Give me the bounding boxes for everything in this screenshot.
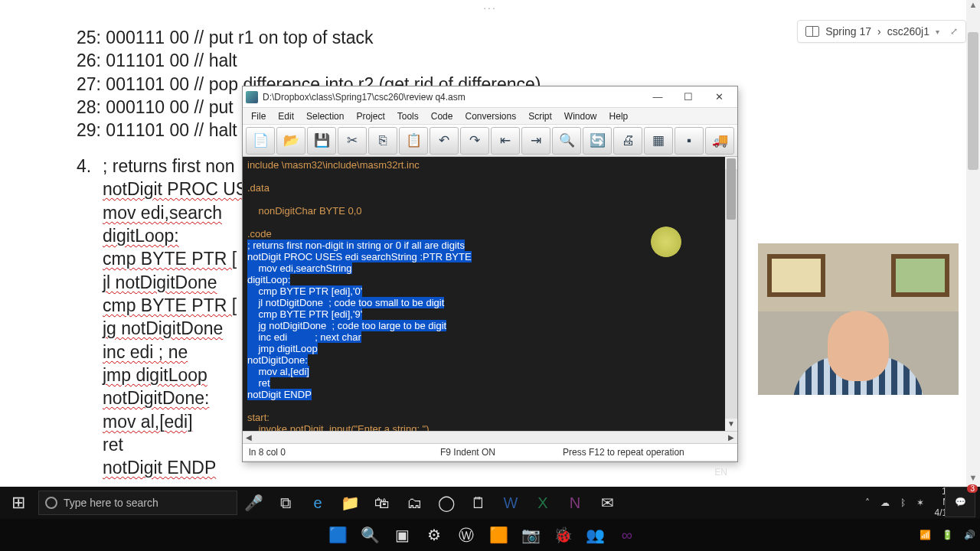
menu-tools[interactable]: Tools [392,109,424,123]
cut-button[interactable]: ✂ [338,127,367,155]
menu-project[interactable]: Project [351,109,390,123]
taskbar-app-mail[interactable]: ✉ [591,487,623,519]
titlebar[interactable]: D:\Dropbox\class\Spring17\csc260\review … [243,86,737,108]
notebook-breadcrumb[interactable]: Spring 17 › csc260j1 ▾ ⤢ [797,20,966,43]
action-center-button[interactable]: 💬3 [945,487,975,517]
taskbar-running-app[interactable]: ⚙ [418,519,450,551]
cursor-highlight [651,227,681,257]
page-scrollbar[interactable]: ▲ ▼ [966,0,980,487]
taskbar-running-app[interactable]: ∞ [611,519,643,551]
code-line-selected: jmp digitLoop [247,343,318,354]
taskbar-running-app[interactable]: 📷 [514,519,547,551]
taskbar-running-app[interactable]: 🐞 [547,519,579,551]
paste-button[interactable]: 📋 [399,127,428,155]
tray-bluetooth-icon[interactable]: ᛒ [900,497,906,508]
copy-button[interactable]: ⎘ [368,127,397,155]
menu-script[interactable]: Script [523,109,557,123]
taskbar-app-chrome[interactable]: ◯ [430,487,462,519]
taskbar-app-ie[interactable]: e [302,487,334,519]
find-button[interactable]: 🔍 [552,127,581,155]
taskbar-app-notes[interactable]: 🗒 [462,487,495,519]
editor-hscrollbar[interactable]: ◀ ▶ [243,431,737,443]
console-button[interactable]: ▪ [675,127,704,155]
menu-window[interactable]: Window [559,109,603,123]
menu-file[interactable]: File [246,109,271,123]
undo-button[interactable]: ↶ [430,127,459,155]
tray-show-hidden-icon[interactable]: ˄ [865,497,870,508]
menu-help[interactable]: Help [604,109,634,123]
doc-line: mov al,[edi] [103,410,247,433]
scroll-up-arrow[interactable]: ▲ [966,0,980,14]
editor-vscrollbar[interactable]: ▲ ▼ [725,157,737,431]
code-line-selected: notDigitDone: [247,354,308,366]
tray-power-icon[interactable]: 🔋 [942,530,953,540]
indent-in-button[interactable]: ⇤ [491,127,520,155]
taskbar-app-explorer[interactable]: 📁 [334,487,366,519]
save-button[interactable]: 💾 [307,127,336,155]
cortana-mic-icon[interactable]: 🎤 [237,487,270,519]
editor-window: D:\Dropbox\class\Spring17\csc260\review … [242,86,738,462]
open-button[interactable]: 📂 [276,127,305,155]
taskbar: ⊞ Type here to search 🎤 ⧉ e 📁 🛍 🗂 ◯ 🗒 W … [0,487,980,551]
code-line-selected: inc edi ; next char [247,331,361,343]
task-view-icon[interactable]: ⧉ [270,487,302,519]
code-line-selected: mov edi,searchString [247,262,352,274]
redo-button[interactable]: ↷ [460,127,489,155]
taskbar-running-app[interactable]: Ⓦ [450,519,482,551]
status-hint: Press F12 to repeat operation [563,447,684,458]
breadcrumb-separator: › [877,25,881,37]
taskbar-running-app[interactable]: 🟧 [482,519,514,551]
webcam-overlay [758,243,959,395]
scroll-thumb[interactable] [727,158,736,220]
taskbar-running-app[interactable]: 🟦 [322,519,354,551]
doc-line: ret [103,433,247,456]
code-line-selected: jg notDigitDone ; code too large to be d… [247,320,446,331]
taskbar-app-word[interactable]: W [495,487,527,519]
tray-app-icon[interactable]: ✶ [916,497,924,508]
code-line: .code [247,228,272,240]
minimize-button[interactable]: — [642,87,673,107]
taskbar-app-onenote[interactable]: N [559,487,591,519]
code-line-selected: jl notDigitDone ; code too small to be d… [247,297,444,308]
taskbar-app-files[interactable]: 🗂 [398,487,430,519]
scroll-left-arrow[interactable]: ◀ [243,432,255,443]
tray-onedrive-icon[interactable]: ☁ [880,497,890,508]
new-button[interactable]: 📄 [246,127,275,155]
taskbar-app-excel[interactable]: X [527,487,559,519]
deploy-button[interactable]: 🚚 [705,127,734,155]
menu-conversions[interactable]: Conversions [459,109,521,123]
tray-network-icon[interactable]: 📶 [920,530,931,540]
taskbar-running-app[interactable]: 🔍 [354,519,386,551]
code-line-selected: cmp BYTE PTR [edi],'0' [247,285,362,297]
scroll-thumb[interactable] [968,32,978,170]
close-button[interactable]: ✕ [704,87,734,107]
code-editor[interactable]: include \masm32\include\masm32rt.inc .da… [243,157,737,431]
menu-selection[interactable]: Selection [301,109,349,123]
start-button[interactable]: ⊞ [0,487,37,519]
scroll-right-arrow[interactable]: ▶ [725,432,737,443]
tray-volume-icon[interactable]: 🔊 [964,530,975,540]
language-indicator[interactable]: EN [714,467,727,478]
taskbar-running-app[interactable]: ▣ [386,519,418,551]
window-overflow-dots[interactable]: ··· [0,0,980,15]
menu-edit[interactable]: Edit [273,109,299,123]
refresh-button[interactable]: 🔄 [583,127,612,155]
print-button[interactable]: 🖨 [613,127,642,155]
indent-out-button[interactable]: ⇥ [521,127,550,155]
taskbar-running-app[interactable]: 👥 [579,519,611,551]
doc-line: cmp BYTE PTR [ [103,294,247,317]
maximize-button[interactable]: ☐ [673,87,704,107]
picture-frame-icon [891,254,949,297]
menu-code[interactable]: Code [426,109,459,123]
fullscreen-icon[interactable]: ⤢ [950,26,958,37]
chevron-down-icon[interactable]: ▾ [936,28,939,36]
status-position: ln 8 col 0 [249,447,341,458]
doc-line: mov edi,search [103,201,247,224]
scroll-down-arrow[interactable]: ▼ [725,419,737,431]
taskbar-app-store[interactable]: 🛍 [366,487,398,519]
doc-line: notDigit ENDP [103,456,247,479]
code-line: include \masm32\include\masm32rt.inc [247,159,420,171]
taskbar-search[interactable]: Type here to search [38,491,237,515]
app-icon [246,91,258,103]
tile-button[interactable]: ▦ [644,127,673,155]
